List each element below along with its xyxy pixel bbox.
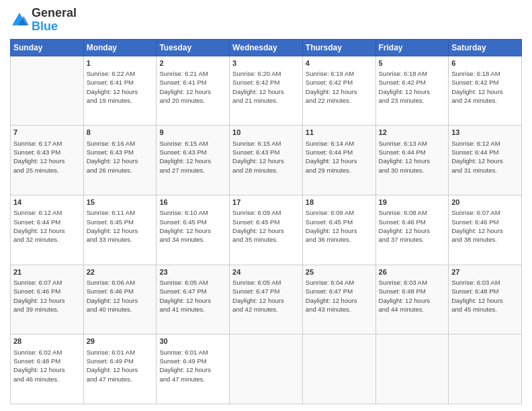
calendar-cell: 13Sunrise: 6:12 AM Sunset: 6:44 PM Dayli… [449,126,522,195]
day-number: 16 [159,197,226,208]
calendar-cell: 22Sunrise: 6:06 AM Sunset: 6:46 PM Dayli… [83,265,157,334]
calendar-week-2: 7Sunrise: 6:17 AM Sunset: 6:43 PM Daylig… [11,126,522,195]
day-number: 30 [159,336,226,347]
calendar-cell: 28Sunrise: 6:02 AM Sunset: 6:48 PM Dayli… [11,334,84,404]
calendar-cell: 14Sunrise: 6:12 AM Sunset: 6:44 PM Dayli… [11,195,84,265]
day-number: 22 [87,267,154,277]
calendar-cell: 27Sunrise: 6:03 AM Sunset: 6:48 PM Dayli… [449,265,522,334]
day-number: 29 [87,336,154,347]
calendar-cell: 17Sunrise: 6:09 AM Sunset: 6:45 PM Dayli… [230,195,303,265]
calendar-cell: 1Sunrise: 6:22 AM Sunset: 6:41 PM Daylig… [83,56,157,126]
calendar-header-tuesday: Tuesday [157,39,230,56]
day-info: Sunrise: 6:14 AM Sunset: 6:44 PM Dayligh… [306,139,373,175]
calendar-header-monday: Monday [83,39,157,56]
day-info: Sunrise: 6:06 AM Sunset: 6:46 PM Dayligh… [87,278,154,314]
calendar-week-1: 1Sunrise: 6:22 AM Sunset: 6:41 PM Daylig… [11,56,522,126]
calendar-cell: 29Sunrise: 6:01 AM Sunset: 6:49 PM Dayli… [83,334,157,404]
day-number: 19 [379,197,446,208]
day-info: Sunrise: 6:19 AM Sunset: 6:42 PM Dayligh… [306,69,373,105]
calendar-header-sunday: Sunday [11,39,84,56]
day-number: 24 [232,267,300,277]
day-info: Sunrise: 6:13 AM Sunset: 6:44 PM Dayligh… [379,139,446,175]
day-info: Sunrise: 6:03 AM Sunset: 6:48 PM Dayligh… [379,278,446,314]
day-number: 21 [13,267,81,277]
day-number: 27 [451,267,519,277]
calendar-cell: 24Sunrise: 6:05 AM Sunset: 6:47 PM Dayli… [230,265,303,334]
calendar-cell: 4Sunrise: 6:19 AM Sunset: 6:42 PM Daylig… [302,56,375,126]
day-number: 9 [159,128,226,138]
calendar-cell [449,334,522,404]
day-number: 10 [232,128,300,138]
day-info: Sunrise: 6:12 AM Sunset: 6:44 PM Dayligh… [13,208,81,244]
day-info: Sunrise: 6:09 AM Sunset: 6:45 PM Dayligh… [306,208,373,244]
day-info: Sunrise: 6:04 AM Sunset: 6:47 PM Dayligh… [306,278,373,314]
day-number: 20 [451,197,519,208]
day-number: 7 [13,128,81,138]
day-number: 17 [232,197,300,208]
day-number: 13 [451,128,519,138]
day-info: Sunrise: 6:16 AM Sunset: 6:43 PM Dayligh… [87,139,154,175]
day-info: Sunrise: 6:17 AM Sunset: 6:43 PM Dayligh… [13,139,81,175]
calendar-week-4: 21Sunrise: 6:07 AM Sunset: 6:46 PM Dayli… [11,265,522,334]
calendar-cell [230,334,303,404]
calendar-cell [375,334,449,404]
day-info: Sunrise: 6:08 AM Sunset: 6:46 PM Dayligh… [379,208,446,244]
calendar-cell: 5Sunrise: 6:18 AM Sunset: 6:42 PM Daylig… [375,56,449,126]
day-info: Sunrise: 6:15 AM Sunset: 6:43 PM Dayligh… [232,139,300,175]
day-number: 5 [379,58,446,68]
day-number: 3 [232,58,300,68]
day-info: Sunrise: 6:09 AM Sunset: 6:45 PM Dayligh… [232,208,300,244]
calendar-cell: 11Sunrise: 6:14 AM Sunset: 6:44 PM Dayli… [302,126,375,195]
calendar-cell: 10Sunrise: 6:15 AM Sunset: 6:43 PM Dayli… [230,126,303,195]
calendar-table: SundayMondayTuesdayWednesdayThursdayFrid… [10,39,522,404]
day-info: Sunrise: 6:18 AM Sunset: 6:42 PM Dayligh… [451,69,519,105]
calendar-cell: 20Sunrise: 6:07 AM Sunset: 6:46 PM Dayli… [449,195,522,265]
calendar-cell [302,334,375,404]
page: General Blue SundayMondayTuesdayWednesda… [0,0,532,411]
day-info: Sunrise: 6:22 AM Sunset: 6:41 PM Dayligh… [87,69,154,105]
header: General Blue [10,7,522,34]
day-info: Sunrise: 6:07 AM Sunset: 6:46 PM Dayligh… [13,278,81,314]
logo: General Blue [10,7,77,34]
calendar-cell: 2Sunrise: 6:21 AM Sunset: 6:41 PM Daylig… [157,56,230,126]
logo-text: General Blue [32,7,77,34]
calendar-cell: 21Sunrise: 6:07 AM Sunset: 6:46 PM Dayli… [11,265,84,334]
day-info: Sunrise: 6:05 AM Sunset: 6:47 PM Dayligh… [159,278,226,314]
day-number: 8 [87,128,154,138]
day-info: Sunrise: 6:11 AM Sunset: 6:45 PM Dayligh… [87,208,154,244]
day-info: Sunrise: 6:21 AM Sunset: 6:41 PM Dayligh… [159,69,226,105]
calendar-cell: 16Sunrise: 6:10 AM Sunset: 6:45 PM Dayli… [157,195,230,265]
day-info: Sunrise: 6:05 AM Sunset: 6:47 PM Dayligh… [232,278,300,314]
calendar-week-5: 28Sunrise: 6:02 AM Sunset: 6:48 PM Dayli… [11,334,522,404]
day-number: 4 [306,58,373,68]
day-number: 1 [87,58,154,68]
calendar-cell: 12Sunrise: 6:13 AM Sunset: 6:44 PM Dayli… [375,126,449,195]
day-number: 26 [379,267,446,277]
calendar-cell: 7Sunrise: 6:17 AM Sunset: 6:43 PM Daylig… [11,126,84,195]
day-number: 25 [306,267,373,277]
calendar-week-3: 14Sunrise: 6:12 AM Sunset: 6:44 PM Dayli… [11,195,522,265]
day-number: 6 [451,58,519,68]
day-info: Sunrise: 6:20 AM Sunset: 6:42 PM Dayligh… [232,69,300,105]
day-info: Sunrise: 6:18 AM Sunset: 6:42 PM Dayligh… [379,69,446,105]
day-number: 12 [379,128,446,138]
day-number: 18 [306,197,373,208]
calendar-cell: 6Sunrise: 6:18 AM Sunset: 6:42 PM Daylig… [449,56,522,126]
calendar-header-saturday: Saturday [449,39,522,56]
calendar-cell: 15Sunrise: 6:11 AM Sunset: 6:45 PM Dayli… [83,195,157,265]
calendar-cell: 25Sunrise: 6:04 AM Sunset: 6:47 PM Dayli… [302,265,375,334]
logo-icon [10,11,29,30]
calendar-header-wednesday: Wednesday [230,39,303,56]
calendar-cell: 26Sunrise: 6:03 AM Sunset: 6:48 PM Dayli… [375,265,449,334]
day-info: Sunrise: 6:15 AM Sunset: 6:43 PM Dayligh… [159,139,226,175]
day-info: Sunrise: 6:02 AM Sunset: 6:48 PM Dayligh… [13,348,81,383]
day-info: Sunrise: 6:01 AM Sunset: 6:49 PM Dayligh… [159,348,226,383]
day-number: 14 [13,197,81,208]
day-number: 15 [87,197,154,208]
day-number: 11 [306,128,373,138]
day-info: Sunrise: 6:01 AM Sunset: 6:49 PM Dayligh… [87,348,154,383]
day-number: 28 [13,336,81,347]
calendar-cell: 3Sunrise: 6:20 AM Sunset: 6:42 PM Daylig… [230,56,303,126]
calendar-header-row: SundayMondayTuesdayWednesdayThursdayFrid… [11,39,522,56]
day-number: 23 [159,267,226,277]
